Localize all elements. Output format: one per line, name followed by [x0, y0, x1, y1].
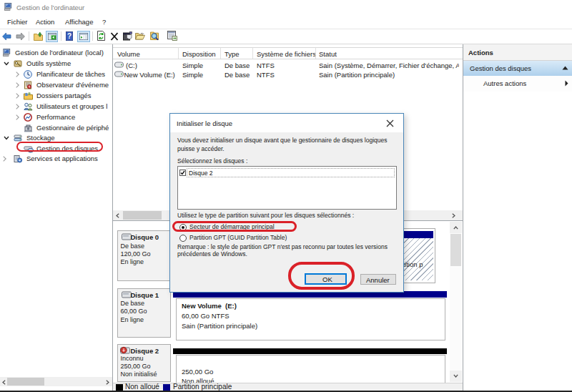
svg-text:?: ? — [67, 32, 72, 40]
